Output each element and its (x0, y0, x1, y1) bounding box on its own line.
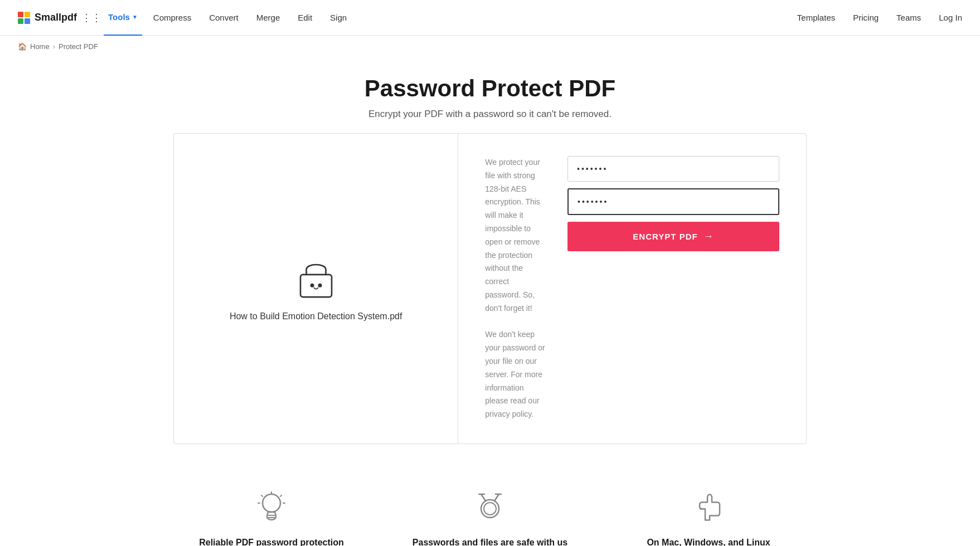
feature-platform: On Mac, Windows, and Linux As a web appl… (610, 491, 807, 546)
encrypt-button[interactable]: ENCRYPT PDF → (567, 222, 779, 251)
arrow-right-icon: → (704, 231, 714, 242)
feature-reliable-title: Reliable PDF password protection (173, 538, 370, 546)
nav-convert[interactable]: Convert (202, 11, 245, 25)
main-content: Password Protect PDF Encrypt your PDF wi… (156, 57, 824, 546)
file-name: How to Build Emotion Detection System.pd… (230, 311, 402, 321)
breadcrumb: 🏠 Home › Protect PDF (0, 36, 980, 57)
feature-reliable: Reliable PDF password protection Encrypt… (173, 491, 370, 546)
nav-teams[interactable]: Teams (896, 13, 921, 22)
svg-line-7 (261, 495, 263, 496)
login-button[interactable]: Log In (939, 13, 962, 22)
feature-safe: Passwords and files are safe with us All… (392, 491, 588, 546)
logo[interactable]: Smallpdf (18, 12, 77, 24)
thumbsup-icon (610, 491, 807, 529)
file-preview-panel: How to Build Emotion Detection System.pd… (174, 134, 458, 443)
chevron-down-icon: ▼ (132, 14, 138, 20)
features-section: Reliable PDF password protection Encrypt… (173, 480, 807, 546)
breadcrumb-home[interactable]: Home (30, 42, 50, 51)
apps-grid-icon[interactable]: ⋮⋮ (81, 12, 101, 24)
nav-sign[interactable]: Sign (323, 11, 353, 25)
svg-point-2 (318, 284, 322, 287)
password-confirm-input[interactable] (567, 188, 779, 215)
nav-compress[interactable]: Compress (147, 11, 198, 25)
tools-menu-button[interactable]: Tools ▼ (104, 0, 142, 36)
svg-rect-0 (300, 275, 332, 297)
svg-line-8 (280, 495, 282, 496)
info-text-content: We protect your file with strong 128-bit… (485, 158, 545, 418)
nav-pricing[interactable]: Pricing (853, 13, 879, 22)
logo-grid-icon (18, 12, 30, 24)
page-subtitle: Encrypt your PDF with a password so it c… (173, 109, 807, 120)
svg-point-1 (310, 284, 314, 287)
svg-point-3 (263, 494, 280, 512)
tools-label: Tools (108, 12, 130, 22)
nav-edit[interactable]: Edit (291, 11, 319, 25)
navbar: Smallpdf ⋮⋮ Tools ▼ Compress Convert Mer… (0, 0, 980, 36)
nav-templates[interactable]: Templates (797, 13, 835, 22)
breadcrumb-current: Protect PDF (59, 42, 98, 51)
tool-box-right: We protect your file with strong 128-bit… (458, 134, 806, 443)
svg-line-13 (481, 494, 486, 501)
nav-links: Compress Convert Merge Edit Sign (147, 11, 797, 25)
logo-text: Smallpdf (35, 12, 77, 23)
nav-merge[interactable]: Merge (250, 11, 287, 25)
lock-icon (297, 256, 336, 300)
page-title: Password Protect PDF (173, 75, 807, 102)
lightbulb-icon (173, 491, 370, 529)
svg-line-14 (494, 494, 499, 501)
nav-right: Templates Pricing Teams Log In (797, 13, 962, 22)
info-text: We protect your file with strong 128-bit… (485, 156, 545, 421)
password-input[interactable] (567, 156, 779, 182)
password-form: ENCRYPT PDF → (567, 156, 779, 421)
home-icon: 🏠 (18, 42, 27, 51)
feature-platform-title: On Mac, Windows, and Linux (610, 538, 807, 546)
encrypt-label: ENCRYPT PDF (633, 232, 697, 241)
hero-section: Password Protect PDF Encrypt your PDF wi… (173, 57, 807, 133)
medal-icon (392, 491, 588, 529)
svg-point-12 (484, 503, 496, 515)
feature-safe-title: Passwords and files are safe with us (392, 538, 588, 546)
tool-box: How to Build Emotion Detection System.pd… (173, 133, 807, 444)
breadcrumb-separator: › (53, 42, 55, 51)
